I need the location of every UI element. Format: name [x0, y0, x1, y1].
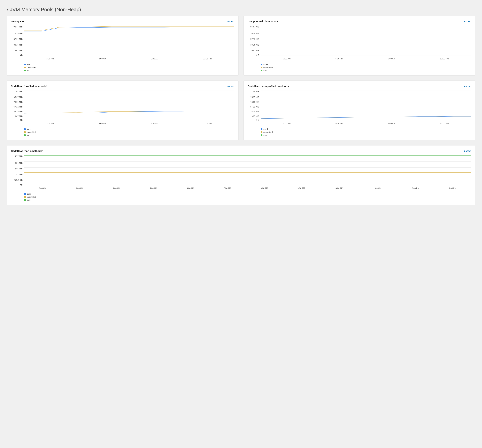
section-header[interactable]: ▾ JVM Memory Pools (Non-Heap) — [7, 7, 475, 12]
y-tick-label: 38.15 MiB — [11, 111, 23, 112]
y-tick-label: 1.91 MiB — [11, 173, 23, 176]
legend-label: max — [27, 134, 31, 136]
x-tick-label: 9:00 AM — [388, 122, 395, 126]
x-axis: 3:00 AM6:00 AM9:00 AM12:00 PM — [261, 58, 471, 61]
y-tick-label: 38.15 MiB — [248, 111, 259, 112]
x-axis: 3:00 AM6:00 AM9:00 AM12:00 PM — [24, 58, 234, 61]
series-used — [24, 178, 471, 178]
chart-area[interactable]: 114.4 MiB95.37 MiB76.29 MiB57.22 MiB38.1… — [11, 91, 234, 126]
y-tick-label: 76.29 MiB — [248, 101, 259, 103]
y-tick-label: 0 B — [248, 119, 259, 121]
x-axis: 2:00 AM3:00 AM4:00 AM5:00 AM6:00 AM7:00 … — [24, 187, 471, 191]
chevron-down-icon: ▾ — [7, 8, 8, 11]
legend: usedcommittedmax — [24, 63, 234, 72]
y-tick-label: 114.4 MiB — [11, 91, 23, 93]
x-tick-label: 6:00 AM — [336, 122, 343, 126]
panel-title: Compressed Class Space — [248, 20, 278, 23]
panel-codeheap-nonprofiled: CodeHeap 'non-profiled nmethods'Inspect1… — [244, 80, 475, 140]
plot-area — [261, 26, 471, 56]
inspect-link[interactable]: Inspect — [227, 85, 234, 88]
y-tick-label: 190.7 MiB — [248, 49, 259, 52]
panel-compressed-class-space: Compressed Class SpaceInspect953.7 MiB76… — [244, 16, 475, 75]
legend-swatch — [261, 128, 262, 130]
legend-label: committed — [27, 66, 36, 69]
legend-label: max — [263, 69, 267, 72]
legend-swatch — [261, 64, 262, 65]
legend-item-used[interactable]: used — [24, 63, 234, 66]
inspect-link[interactable]: Inspect — [227, 20, 234, 23]
y-axis: 95.37 MiB76.29 MiB57.22 MiB38.15 MiB19.0… — [11, 26, 23, 56]
x-tick-label: 8:00 AM — [261, 187, 268, 191]
legend-swatch — [24, 128, 26, 130]
legend-swatch — [24, 67, 26, 68]
legend-item-used[interactable]: used — [24, 193, 471, 195]
legend-item-committed[interactable]: committed — [261, 131, 471, 133]
y-tick-label: 19.07 MiB — [11, 49, 23, 52]
x-tick-label: 4:00 AM — [113, 187, 120, 191]
legend-item-max[interactable]: max — [261, 134, 471, 136]
y-axis: 114.4 MiB95.37 MiB76.29 MiB57.22 MiB38.1… — [11, 91, 23, 121]
legend-swatch — [24, 131, 26, 133]
y-tick-label: 76.29 MiB — [11, 32, 23, 34]
x-tick-label: 6:00 AM — [336, 58, 343, 61]
x-tick-label: 12:00 PM — [411, 187, 419, 191]
chart-area[interactable]: 114.4 MiB95.37 MiB76.29 MiB57.22 MiB38.1… — [248, 91, 471, 126]
y-tick-label: 19.07 MiB — [248, 115, 259, 117]
x-tick-label: 9:00 AM — [298, 187, 305, 191]
x-tick-label: 3:00 AM — [283, 58, 291, 61]
y-tick-label: 4.77 MiB — [11, 155, 23, 157]
x-tick-label: 12:00 PM — [440, 122, 449, 126]
chart-area[interactable]: 4.77 MiB3.81 MiB2.86 MiB1.91 MiB976.6 Ki… — [11, 155, 471, 191]
y-tick-label: 2.86 MiB — [11, 168, 23, 170]
x-tick-label: 3:00 AM — [46, 122, 54, 126]
legend: usedcommittedmax — [24, 193, 471, 201]
chart-area[interactable]: 953.7 MiB762.9 MiB572.2 MiB381.5 MiB190.… — [248, 26, 471, 61]
y-tick-label: 381.5 MiB — [248, 44, 259, 46]
legend-label: committed — [27, 196, 36, 198]
legend-item-used[interactable]: used — [261, 63, 471, 66]
legend-item-used[interactable]: used — [261, 128, 471, 130]
x-tick-label: 3:00 AM — [46, 58, 54, 61]
y-tick-label: 0 B — [11, 54, 23, 56]
section-title: JVM Memory Pools (Non-Heap) — [10, 7, 81, 12]
inspect-link[interactable]: Inspect — [464, 150, 471, 152]
legend-label: max — [27, 199, 31, 201]
y-tick-label: 57.22 MiB — [248, 106, 259, 108]
x-tick-label: 10:00 AM — [334, 187, 343, 191]
chart-area[interactable]: 95.37 MiB76.29 MiB57.22 MiB38.15 MiB19.0… — [11, 26, 234, 61]
x-tick-label: 1:00 PM — [449, 187, 456, 191]
y-tick-label: 0 B — [11, 184, 23, 186]
inspect-link[interactable]: Inspect — [464, 85, 471, 88]
inspect-link[interactable]: Inspect — [464, 20, 471, 23]
y-tick-label: 976.6 KiB — [11, 179, 23, 181]
y-tick-label: 572.2 MiB — [248, 38, 259, 40]
y-tick-label: 19.07 MiB — [11, 115, 23, 117]
y-tick-label: 3.81 MiB — [11, 162, 23, 164]
x-tick-label: 7:00 AM — [224, 187, 231, 191]
legend-item-max[interactable]: max — [24, 69, 234, 72]
legend-item-committed[interactable]: committed — [24, 196, 471, 198]
legend-label: used — [263, 128, 268, 130]
legend-item-committed[interactable]: committed — [24, 66, 234, 69]
panel-title: CodeHeap 'non-nmethods' — [11, 150, 43, 152]
y-tick-label: 0 B — [248, 54, 259, 56]
series-committed — [261, 116, 471, 119]
panel-metaspace: MetaspaceInspect95.37 MiB76.29 MiB57.22 … — [7, 16, 238, 75]
legend-item-committed[interactable]: committed — [24, 131, 234, 133]
legend-item-max[interactable]: max — [261, 69, 471, 72]
legend: usedcommittedmax — [261, 63, 471, 72]
legend-label: committed — [263, 131, 273, 133]
gridline — [24, 186, 471, 186]
x-tick-label: 12:00 PM — [203, 58, 212, 61]
x-tick-label: 6:00 AM — [99, 58, 106, 61]
legend-item-max[interactable]: max — [24, 199, 471, 201]
x-tick-label: 9:00 AM — [388, 58, 395, 61]
y-tick-label: 95.37 MiB — [11, 96, 23, 98]
legend-item-committed[interactable]: committed — [261, 66, 471, 69]
x-tick-label: 2:00 AM — [39, 187, 46, 191]
legend-item-used[interactable]: used — [24, 128, 234, 130]
legend-item-max[interactable]: max — [24, 134, 234, 136]
y-tick-label: 57.22 MiB — [11, 38, 23, 40]
legend-label: max — [263, 134, 267, 136]
plot-area — [24, 91, 234, 121]
